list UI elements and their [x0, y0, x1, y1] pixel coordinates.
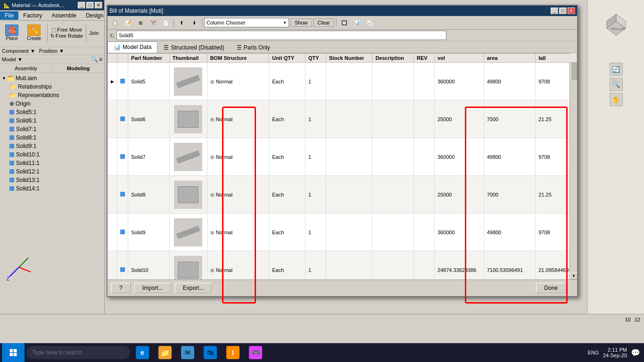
- table-row[interactable]: Solid7 ⊞NormalEach1360000498009708: [108, 138, 577, 176]
- bom-tb-btn-3[interactable]: ⊞: [135, 17, 146, 28]
- search-icon[interactable]: 🔍: [91, 56, 98, 63]
- tree-item-solid13[interactable]: Solid13:1: [0, 176, 104, 184]
- table-row[interactable]: ▶Solid5 ⊞NormalEach1360000498009708: [108, 63, 577, 100]
- taskbar-app-explorer[interactable]: 📁: [155, 343, 175, 362]
- tree-item-solid6[interactable]: Solid6:1: [0, 116, 104, 125]
- tree-item-solid11[interactable]: Solid11:1: [0, 159, 104, 167]
- tab-assembly[interactable]: Assembly: [0, 64, 52, 73]
- th-stock-number[interactable]: Stock Number: [326, 54, 372, 63]
- th-vol[interactable]: vol: [434, 54, 484, 63]
- th-bom-structure[interactable]: BOM Structure: [207, 54, 269, 63]
- row-expand-arrow[interactable]: [108, 214, 117, 251]
- notification-icon[interactable]: 💬: [631, 348, 640, 357]
- free-move-button[interactable]: ⬚ Free Move ↻ Free Rotate: [50, 27, 83, 39]
- tab-parts-only[interactable]: ☰ Parts Only: [231, 41, 276, 53]
- component-dropdown[interactable]: Component ▼: [2, 48, 35, 54]
- pan-tool-button[interactable]: ✋: [610, 93, 623, 106]
- zoom-tool-button[interactable]: 🔍: [610, 78, 623, 91]
- th-iall[interactable]: Iall: [536, 54, 577, 63]
- tree-item-solid14[interactable]: Solid14:1: [0, 184, 104, 193]
- bom-table-container[interactable]: Part Number Thumbnail BOM Structure Unit…: [107, 53, 577, 280]
- tree-item-relationships[interactable]: 📁 Relationships: [0, 82, 104, 91]
- row-expand-arrow[interactable]: [108, 176, 117, 214]
- th-part-number[interactable]: Part Number: [128, 54, 170, 63]
- bom-tb-btn-9[interactable]: 📊: [351, 17, 363, 28]
- bom-tb-btn-10[interactable]: 📈: [364, 17, 375, 28]
- close-button[interactable]: ✕: [95, 2, 102, 8]
- join-button[interactable]: Join: [89, 30, 99, 36]
- tree-item-representations[interactable]: 📁 Representations: [0, 91, 104, 99]
- bom-tb-btn-6[interactable]: ⬆: [176, 17, 187, 28]
- taskbar-app-edge[interactable]: e: [132, 343, 153, 362]
- show-button[interactable]: Show: [290, 18, 312, 27]
- help-button[interactable]: ?: [111, 283, 131, 293]
- th-area[interactable]: area: [484, 54, 536, 63]
- bom-tb-btn-2[interactable]: 📝: [122, 17, 133, 28]
- export-button[interactable]: Export...: [175, 283, 212, 293]
- list-icon[interactable]: ≡: [99, 56, 102, 63]
- scroll-down-arrow[interactable]: ▼: [570, 272, 577, 280]
- maximize-button[interactable]: □: [86, 2, 94, 8]
- tab-modeling[interactable]: Modeling: [52, 64, 104, 73]
- th-thumbnail[interactable]: Thumbnail: [169, 54, 207, 63]
- row-vol: 24874.33629386: [434, 251, 484, 280]
- bom-column-combo[interactable]: Column Chooser ▼: [204, 18, 289, 27]
- bom-field-input[interactable]: [116, 31, 446, 40]
- tree-item-solid9[interactable]: Solid9:1: [0, 142, 104, 150]
- taskbar-app-inventor[interactable]: I: [223, 343, 243, 362]
- start-button[interactable]: [2, 343, 25, 362]
- bom-tb-btn-5[interactable]: 📄: [160, 17, 172, 28]
- bom-tb-btn-1[interactable]: 📋: [109, 17, 121, 28]
- bom-tb-btn-8[interactable]: 🔲: [339, 17, 350, 28]
- import-button[interactable]: Import...: [134, 283, 171, 293]
- scroll-thumb[interactable]: [570, 61, 577, 80]
- taskbar-app-extra[interactable]: 🎮: [245, 343, 266, 362]
- taskbar-app-mail[interactable]: ✉: [177, 343, 198, 362]
- menu-design[interactable]: Design: [81, 11, 108, 20]
- bom-tb-btn-7[interactable]: ⬇: [189, 17, 200, 28]
- table-row[interactable]: Solid9 ⊞NormalEach1360000498009708: [108, 214, 577, 251]
- orbit-tool-button[interactable]: 🔄: [610, 63, 623, 76]
- row-expand-arrow[interactable]: [108, 138, 117, 176]
- th-unit-qty[interactable]: Unit QTY: [269, 54, 305, 63]
- tree-root-item[interactable]: ▼ 🗂️ Muti.iam: [0, 74, 104, 82]
- th-description[interactable]: Description: [372, 54, 414, 63]
- tree-item-solid8[interactable]: Solid8:1: [0, 133, 104, 142]
- tab-structured[interactable]: ☰ Structured (Disabled): [157, 41, 230, 53]
- menu-file[interactable]: File: [0, 11, 18, 20]
- bom-close-button[interactable]: ✕: [568, 8, 575, 14]
- th-rev[interactable]: REV: [414, 54, 435, 63]
- bom-tb-btn-4[interactable]: ✂️: [148, 17, 159, 28]
- row-vol: 360000: [434, 138, 484, 176]
- tree-item-solid12[interactable]: Solid12:1: [0, 167, 104, 176]
- place-button[interactable]: 🧱 Place: [2, 23, 22, 43]
- row-expand-arrow[interactable]: [108, 100, 117, 138]
- menu-factory[interactable]: Factory: [18, 11, 47, 20]
- nav-cube[interactable]: ROLLOR: [597, 9, 635, 49]
- th-qty[interactable]: QTY: [305, 54, 326, 63]
- vertical-scrollbar[interactable]: ▲ ▼: [570, 53, 577, 280]
- minimize-button[interactable]: _: [78, 2, 85, 8]
- clear-button[interactable]: Clear: [314, 18, 334, 27]
- bom-maximize-button[interactable]: □: [559, 8, 567, 14]
- tab-model-data[interactable]: 📊 Model Data: [107, 41, 157, 53]
- done-button[interactable]: Done: [536, 283, 566, 293]
- tree-item-solid5[interactable]: Solid5:1: [0, 108, 104, 116]
- row-expand-arrow[interactable]: ▶: [108, 63, 117, 100]
- table-row[interactable]: Solid8 ⊞NormalEach125000700021.25: [108, 176, 577, 214]
- row-expand-arrow[interactable]: [108, 251, 117, 280]
- row-description: [372, 176, 414, 214]
- menu-assemble[interactable]: Assemble: [47, 11, 81, 20]
- tree-item-origin[interactable]: ⊕ Origin: [0, 99, 104, 108]
- tree-item-solid7[interactable]: Solid7:1: [0, 125, 104, 133]
- taskbar-app-store[interactable]: 🛍: [200, 343, 221, 362]
- taskbar-search-input[interactable]: [26, 346, 130, 359]
- bom-minimize-button[interactable]: _: [551, 8, 558, 14]
- table-row[interactable]: Solid10 ⊞NormalEach124874.336293867100.5…: [108, 251, 577, 280]
- table-row[interactable]: Solid6 ⊞NormalEach125000700021.25: [108, 100, 577, 138]
- tree-item-solid10[interactable]: Solid10:1: [0, 150, 104, 159]
- model-dropdown[interactable]: Model ▼: [2, 57, 23, 62]
- taskbar-right: ENG 2:11 PM 24-Sep-20 💬: [588, 347, 644, 358]
- position-dropdown[interactable]: Position ▼: [39, 48, 64, 54]
- create-button[interactable]: ✏️ Create: [24, 23, 44, 43]
